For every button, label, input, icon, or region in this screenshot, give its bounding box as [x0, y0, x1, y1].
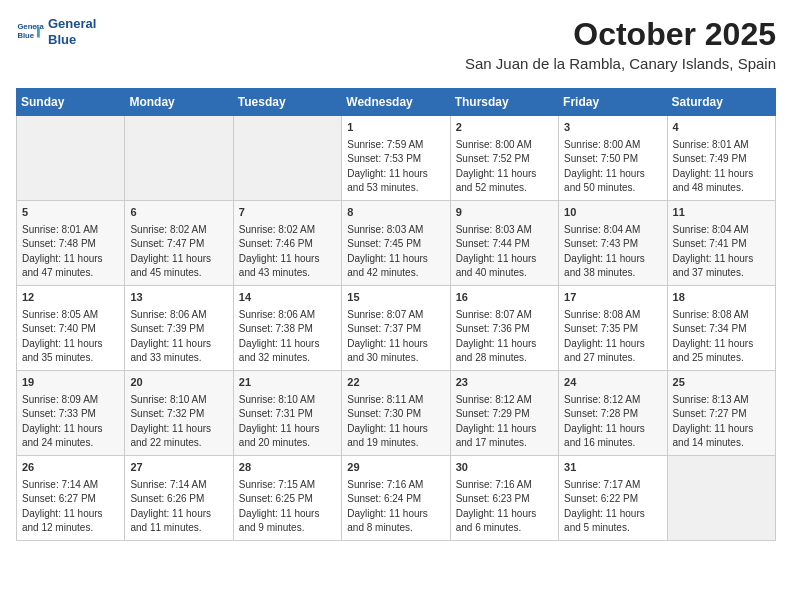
- sunset-text: Sunset: 7:44 PM: [456, 237, 553, 252]
- day-header-saturday: Saturday: [667, 89, 775, 116]
- day-number: 10: [564, 205, 661, 221]
- sunset-text: Sunset: 7:43 PM: [564, 237, 661, 252]
- sunrise-text: Sunrise: 8:06 AM: [239, 308, 336, 323]
- daylight-text: Daylight: 11 hours and 16 minutes.: [564, 422, 661, 451]
- calendar-cell: 30Sunrise: 7:16 AMSunset: 6:23 PMDayligh…: [450, 455, 558, 540]
- calendar-cell: 11Sunrise: 8:04 AMSunset: 7:41 PMDayligh…: [667, 200, 775, 285]
- calendar-cell: 26Sunrise: 7:14 AMSunset: 6:27 PMDayligh…: [17, 455, 125, 540]
- calendar-cell: 25Sunrise: 8:13 AMSunset: 7:27 PMDayligh…: [667, 370, 775, 455]
- calendar-cell: 16Sunrise: 8:07 AMSunset: 7:36 PMDayligh…: [450, 285, 558, 370]
- day-number: 9: [456, 205, 553, 221]
- daylight-text: Daylight: 11 hours and 28 minutes.: [456, 337, 553, 366]
- sunset-text: Sunset: 7:52 PM: [456, 152, 553, 167]
- calendar-cell: 17Sunrise: 8:08 AMSunset: 7:35 PMDayligh…: [559, 285, 667, 370]
- sunset-text: Sunset: 7:35 PM: [564, 322, 661, 337]
- sunrise-text: Sunrise: 8:05 AM: [22, 308, 119, 323]
- calendar-cell: 12Sunrise: 8:05 AMSunset: 7:40 PMDayligh…: [17, 285, 125, 370]
- sunset-text: Sunset: 7:53 PM: [347, 152, 444, 167]
- daylight-text: Daylight: 11 hours and 5 minutes.: [564, 507, 661, 536]
- sunrise-text: Sunrise: 7:15 AM: [239, 478, 336, 493]
- calendar-cell: [233, 116, 341, 201]
- calendar-cell: 8Sunrise: 8:03 AMSunset: 7:45 PMDaylight…: [342, 200, 450, 285]
- sunrise-text: Sunrise: 8:02 AM: [239, 223, 336, 238]
- daylight-text: Daylight: 11 hours and 37 minutes.: [673, 252, 770, 281]
- svg-text:General: General: [17, 22, 44, 31]
- calendar-cell: 13Sunrise: 8:06 AMSunset: 7:39 PMDayligh…: [125, 285, 233, 370]
- day-number: 13: [130, 290, 227, 306]
- day-header-monday: Monday: [125, 89, 233, 116]
- sunset-text: Sunset: 6:27 PM: [22, 492, 119, 507]
- day-number: 21: [239, 375, 336, 391]
- sunrise-text: Sunrise: 7:59 AM: [347, 138, 444, 153]
- sunrise-text: Sunrise: 8:10 AM: [130, 393, 227, 408]
- sunset-text: Sunset: 6:25 PM: [239, 492, 336, 507]
- sunrise-text: Sunrise: 8:01 AM: [22, 223, 119, 238]
- daylight-text: Daylight: 11 hours and 47 minutes.: [22, 252, 119, 281]
- day-number: 11: [673, 205, 770, 221]
- sunset-text: Sunset: 7:39 PM: [130, 322, 227, 337]
- calendar-cell: 15Sunrise: 8:07 AMSunset: 7:37 PMDayligh…: [342, 285, 450, 370]
- calendar-cell: 2Sunrise: 8:00 AMSunset: 7:52 PMDaylight…: [450, 116, 558, 201]
- sunset-text: Sunset: 7:38 PM: [239, 322, 336, 337]
- calendar-cell: 23Sunrise: 8:12 AMSunset: 7:29 PMDayligh…: [450, 370, 558, 455]
- calendar-cell: 28Sunrise: 7:15 AMSunset: 6:25 PMDayligh…: [233, 455, 341, 540]
- calendar-cell: 5Sunrise: 8:01 AMSunset: 7:48 PMDaylight…: [17, 200, 125, 285]
- daylight-text: Daylight: 11 hours and 11 minutes.: [130, 507, 227, 536]
- location-title: San Juan de la Rambla, Canary Islands, S…: [465, 55, 776, 72]
- sunset-text: Sunset: 7:49 PM: [673, 152, 770, 167]
- sunset-text: Sunset: 7:32 PM: [130, 407, 227, 422]
- sunset-text: Sunset: 7:46 PM: [239, 237, 336, 252]
- calendar-cell: 24Sunrise: 8:12 AMSunset: 7:28 PMDayligh…: [559, 370, 667, 455]
- sunrise-text: Sunrise: 7:14 AM: [130, 478, 227, 493]
- sunrise-text: Sunrise: 8:13 AM: [673, 393, 770, 408]
- sunset-text: Sunset: 6:26 PM: [130, 492, 227, 507]
- day-number: 25: [673, 375, 770, 391]
- daylight-text: Daylight: 11 hours and 32 minutes.: [239, 337, 336, 366]
- day-number: 31: [564, 460, 661, 476]
- sunrise-text: Sunrise: 8:06 AM: [130, 308, 227, 323]
- sunrise-text: Sunrise: 8:09 AM: [22, 393, 119, 408]
- calendar-cell: 19Sunrise: 8:09 AMSunset: 7:33 PMDayligh…: [17, 370, 125, 455]
- sunset-text: Sunset: 7:36 PM: [456, 322, 553, 337]
- sunrise-text: Sunrise: 8:03 AM: [347, 223, 444, 238]
- sunrise-text: Sunrise: 7:14 AM: [22, 478, 119, 493]
- day-number: 27: [130, 460, 227, 476]
- daylight-text: Daylight: 11 hours and 40 minutes.: [456, 252, 553, 281]
- sunset-text: Sunset: 7:40 PM: [22, 322, 119, 337]
- daylight-text: Daylight: 11 hours and 50 minutes.: [564, 167, 661, 196]
- day-number: 20: [130, 375, 227, 391]
- calendar-cell: 18Sunrise: 8:08 AMSunset: 7:34 PMDayligh…: [667, 285, 775, 370]
- day-number: 26: [22, 460, 119, 476]
- sunset-text: Sunset: 7:34 PM: [673, 322, 770, 337]
- calendar-cell: [667, 455, 775, 540]
- sunset-text: Sunset: 7:48 PM: [22, 237, 119, 252]
- daylight-text: Daylight: 11 hours and 48 minutes.: [673, 167, 770, 196]
- day-number: 4: [673, 120, 770, 136]
- sunrise-text: Sunrise: 8:12 AM: [456, 393, 553, 408]
- sunrise-text: Sunrise: 8:02 AM: [130, 223, 227, 238]
- sunrise-text: Sunrise: 7:17 AM: [564, 478, 661, 493]
- day-header-thursday: Thursday: [450, 89, 558, 116]
- sunset-text: Sunset: 7:47 PM: [130, 237, 227, 252]
- daylight-text: Daylight: 11 hours and 53 minutes.: [347, 167, 444, 196]
- day-number: 14: [239, 290, 336, 306]
- day-number: 8: [347, 205, 444, 221]
- daylight-text: Daylight: 11 hours and 38 minutes.: [564, 252, 661, 281]
- sunrise-text: Sunrise: 8:04 AM: [564, 223, 661, 238]
- sunset-text: Sunset: 7:29 PM: [456, 407, 553, 422]
- calendar-cell: [17, 116, 125, 201]
- calendar-cell: [125, 116, 233, 201]
- calendar-cell: 14Sunrise: 8:06 AMSunset: 7:38 PMDayligh…: [233, 285, 341, 370]
- day-number: 1: [347, 120, 444, 136]
- daylight-text: Daylight: 11 hours and 33 minutes.: [130, 337, 227, 366]
- sunset-text: Sunset: 7:31 PM: [239, 407, 336, 422]
- sunset-text: Sunset: 6:24 PM: [347, 492, 444, 507]
- calendar-cell: 21Sunrise: 8:10 AMSunset: 7:31 PMDayligh…: [233, 370, 341, 455]
- day-number: 3: [564, 120, 661, 136]
- daylight-text: Daylight: 11 hours and 42 minutes.: [347, 252, 444, 281]
- daylight-text: Daylight: 11 hours and 24 minutes.: [22, 422, 119, 451]
- calendar-cell: 31Sunrise: 7:17 AMSunset: 6:22 PMDayligh…: [559, 455, 667, 540]
- calendar-cell: 7Sunrise: 8:02 AMSunset: 7:46 PMDaylight…: [233, 200, 341, 285]
- sunset-text: Sunset: 7:30 PM: [347, 407, 444, 422]
- sunrise-text: Sunrise: 7:16 AM: [347, 478, 444, 493]
